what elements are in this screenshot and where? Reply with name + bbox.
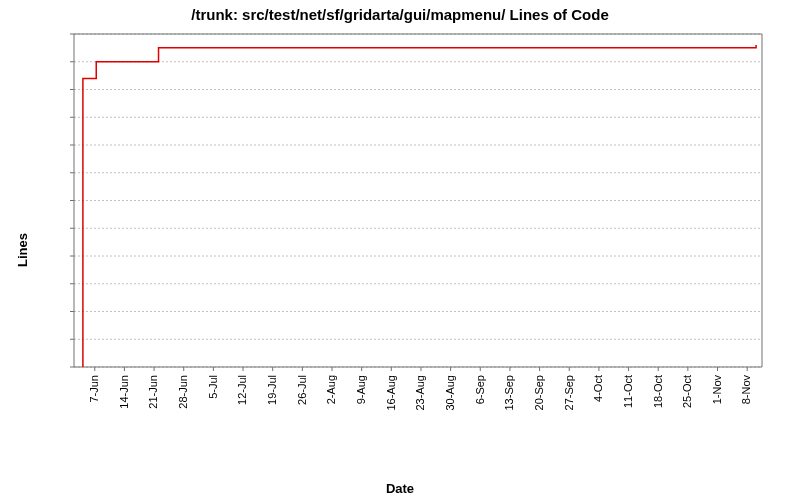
x-tick-label: 13-Sep — [503, 375, 515, 410]
x-tick-label: 28-Jun — [177, 375, 189, 409]
x-tick-label: 9-Aug — [355, 375, 367, 404]
x-tick-label: 20-Sep — [533, 375, 545, 410]
x-tick-label: 2-Aug — [325, 375, 337, 404]
plot-area: 01020304050607080901001101207-Jun14-Jun2… — [70, 30, 780, 425]
x-tick-label: 25-Oct — [681, 375, 693, 408]
x-tick-label: 11-Oct — [622, 375, 634, 408]
x-tick-label: 30-Aug — [444, 375, 456, 410]
x-tick-label: 12-Jul — [236, 375, 248, 405]
x-tick-label: 7-Jun — [88, 375, 100, 403]
y-axis-label: Lines — [15, 233, 30, 267]
x-tick-label: 1-Nov — [711, 375, 723, 405]
x-tick-label: 26-Jul — [296, 375, 308, 405]
x-tick-label: 4-Oct — [592, 375, 604, 402]
x-tick-label: 19-Jul — [266, 375, 278, 405]
x-tick-label: 23-Aug — [414, 375, 426, 410]
x-tick-label: 14-Jun — [118, 375, 130, 409]
chart-title: /trunk: src/test/net/sf/gridarta/gui/map… — [0, 6, 800, 23]
x-axis-label: Date — [0, 481, 800, 496]
x-tick-label: 16-Aug — [385, 375, 397, 410]
x-tick-label: 5-Jul — [207, 375, 219, 399]
chart-container: /trunk: src/test/net/sf/gridarta/gui/map… — [0, 0, 800, 500]
x-tick-label: 21-Jun — [147, 375, 159, 409]
x-tick-label: 27-Sep — [563, 375, 575, 410]
x-tick-label: 6-Sep — [474, 375, 486, 404]
chart-svg: 01020304050607080901001101207-Jun14-Jun2… — [70, 30, 780, 425]
x-tick-label: 18-Oct — [652, 375, 664, 408]
x-tick-label: 8-Nov — [740, 375, 752, 405]
data-series — [83, 45, 756, 367]
